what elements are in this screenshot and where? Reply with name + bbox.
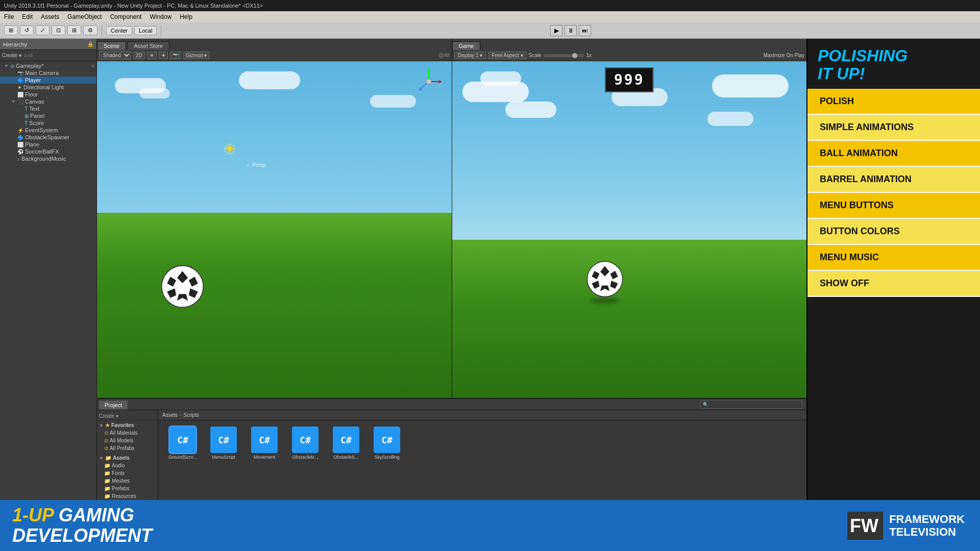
scene-fx-btn[interactable]: ✦ — [159, 52, 168, 59]
asset-menuscript[interactable]: C# MenuScript — [205, 427, 242, 494]
asset-obstacles[interactable]: C# ObstacleS... — [328, 427, 364, 494]
project-folder-all-prefabs[interactable]: ⊙ All Prefabs — [97, 444, 158, 452]
scene-content[interactable]: ✦ — [97, 61, 452, 398]
pause-button[interactable]: ⏸ — [565, 25, 577, 36]
play-button[interactable]: ▶ — [550, 25, 562, 36]
hierarchy-item-soccerballfx[interactable]: ⚽ SoccerBallFX — [0, 148, 96, 155]
project-folder-prefabs[interactable]: 📁 Prefabs — [97, 485, 158, 492]
hierarchy-item-text[interactable]: T Text — [0, 105, 96, 112]
asset-label-menuscript: MenuScript — [212, 455, 235, 460]
breadcrumb-assets[interactable]: Assets — [162, 412, 178, 418]
tab-asset-store[interactable]: Asset Store — [127, 41, 169, 50]
hierarchy-item-dlight[interactable]: ☀ Directional Light — [0, 84, 96, 91]
project-create-btn[interactable]: Create ▾ — [99, 413, 118, 419]
menu-window[interactable]: Window — [150, 13, 172, 20]
cs-icon-groundscro: C# — [177, 435, 188, 445]
hierarchy-item-player[interactable]: 🔷 Player — [0, 77, 96, 84]
hierarchy-item-panel[interactable]: ⊞ Panel — [0, 112, 96, 119]
project-folder-all-materials[interactable]: ⊙ All Materials — [97, 429, 158, 437]
project-search[interactable]: 🔍 — [700, 400, 802, 409]
menu-file[interactable]: File — [4, 13, 14, 20]
hierarchy-item-label-eventsystem: EventSystem — [25, 127, 58, 133]
toolbar-btn-6[interactable]: ⚙ — [83, 26, 97, 35]
go-icon-score: T — [24, 120, 28, 126]
framework-line2: TELEVISION — [889, 525, 956, 538]
toolbar-btn-3[interactable]: ⤢ — [36, 26, 50, 35]
menu-item-show-off[interactable]: SHOW OFF — [807, 271, 980, 297]
asset-movement[interactable]: C# Movement — [246, 427, 283, 494]
hierarchy-create-btn[interactable]: Create ▾ — [2, 53, 21, 58]
toolbar-btn-2[interactable]: ↺ — [20, 26, 34, 35]
bottom-panel: Project 🔍 Create ▾ ▼ ★ Favorites — [97, 398, 806, 500]
menu-item-menu-music[interactable]: MENU MUSIC — [807, 245, 980, 271]
breadcrumb-bar: Assets › Scripts — [158, 410, 806, 420]
menu-component[interactable]: Component — [110, 13, 141, 20]
menu-gameobject[interactable]: GameObject — [67, 13, 102, 20]
hierarchy-header: Hierarchy 🔒 — [0, 39, 96, 50]
menu-item-barrel-animation[interactable]: BARREL ANIMATION — [807, 167, 980, 193]
menu-item-button-colors[interactable]: BUTTON COLORS — [807, 219, 980, 245]
aspect-dropdown[interactable]: Free Aspect ▾ — [488, 52, 526, 59]
hierarchy-item-obstacleSpawner[interactable]: 🔷 ObstacleSpawner — [0, 134, 96, 141]
hierarchy-item-canvas[interactable]: ▼ ⬛ Canvas — [0, 98, 96, 105]
hierarchy-item-eventsystem[interactable]: ⚡ EventSystem — [0, 127, 96, 134]
svg-marker-8 — [427, 68, 430, 71]
hierarchy-lock-icon[interactable]: 🔒 — [87, 41, 93, 47]
menu-list: POLISH SIMPLE ANIMATIONS BALL ANIMATION … — [807, 89, 980, 500]
project-folder-meshes[interactable]: 📁 Meshes — [97, 477, 158, 485]
asset-label-movement: Movement — [254, 455, 275, 460]
menu-item-simple-animations[interactable]: SIMPLE ANIMATIONS — [807, 115, 980, 141]
scene-2d-btn[interactable]: 2D — [133, 52, 145, 59]
project-folder-fonts[interactable]: 📁 Fonts — [97, 469, 158, 477]
hierarchy-item-floor[interactable]: ⬜ Floor — [0, 91, 96, 98]
scene-cam-btn[interactable]: 📷 — [170, 52, 181, 59]
hierarchy-content: ▼ ⊙ Gameplay* ≡ 📷 Main Camera 🔷 Player — [0, 61, 96, 500]
gizmos-dropdown[interactable]: Gizmos ▾ — [183, 52, 210, 59]
breadcrumb-scripts[interactable]: Scripts — [183, 412, 199, 418]
hierarchy-item-plane[interactable]: ⬜ Plane — [0, 141, 96, 148]
all-materials-label: All Materials — [110, 430, 137, 436]
hierarchy-item-label-maincamera: Main Camera — [25, 70, 59, 76]
step-button[interactable]: ⏭ — [579, 25, 591, 36]
display-dropdown[interactable]: Display 1 ▾ — [454, 52, 486, 59]
project-folder-resources[interactable]: 📁 Resources — [97, 492, 158, 500]
fonts-label: Fonts — [112, 470, 125, 476]
menu-edit[interactable]: Edit — [22, 13, 33, 20]
menu-item-menu-buttons[interactable]: MENU BUTTONS — [807, 193, 980, 219]
hierarchy-menu-icon[interactable]: ≡ — [91, 63, 94, 69]
go-icon-canvas: ⬛ — [17, 99, 23, 105]
tab-game[interactable]: Game — [452, 41, 481, 50]
hierarchy-item-bgmusic[interactable]: ♪ BackgroundMusic — [0, 155, 96, 162]
hierarchy-filter[interactable]: ⊙All — [23, 53, 33, 58]
menu-help[interactable]: Help — [180, 13, 192, 20]
assets-grid: C# GroundScro... C# MenuScript — [158, 420, 806, 500]
scene-shaded-dropdown[interactable]: Shaded — [99, 51, 131, 60]
hierarchy-item-gameplay[interactable]: ▼ ⊙ Gameplay* ≡ — [0, 62, 96, 69]
menu-item-polish[interactable]: POLISH — [807, 89, 980, 115]
local-button[interactable]: Local — [134, 26, 157, 35]
scale-slider[interactable] — [544, 54, 584, 57]
project-folder-audio[interactable]: 📁 Audio — [97, 462, 158, 469]
tab-scene[interactable]: Scene — [97, 41, 126, 50]
scene-light-btn[interactable]: ☀ — [147, 52, 157, 59]
toolbar-btn-4[interactable]: ⊡ — [52, 26, 65, 35]
scene-soccer-ball — [161, 265, 204, 310]
menu-item-ball-animation[interactable]: BALL ANIMATION — [807, 141, 980, 167]
asset-obstaclem[interactable]: C# ObstacleM... — [287, 427, 324, 494]
maximize-on-play-btn[interactable]: Maximize On Play — [763, 53, 804, 58]
center-button[interactable]: Center — [106, 26, 132, 35]
project-folder-favorites[interactable]: ▼ ★ Favorites — [97, 421, 158, 429]
cs-icon-obstaclem: C# — [300, 435, 311, 445]
asset-groundscro[interactable]: C# GroundScro... — [164, 427, 201, 494]
project-folder-assets[interactable]: ▼ 📁 Assets — [97, 454, 158, 462]
project-folder-all-models[interactable]: ⊙ All Models — [97, 437, 158, 444]
menu-assets[interactable]: Assets — [41, 13, 59, 20]
game-view: 999 — [452, 61, 807, 398]
tab-project[interactable]: Project — [99, 400, 128, 410]
toolbar-btn-1[interactable]: ⊞ — [4, 26, 18, 35]
favorites-arrow: ▼ — [99, 423, 104, 428]
hierarchy-item-score[interactable]: T Score — [0, 119, 96, 127]
toolbar-btn-5[interactable]: ⊞ — [67, 26, 81, 35]
asset-skyscrolling[interactable]: C# SkyScrolling — [369, 427, 405, 494]
hierarchy-item-maincamera[interactable]: 📷 Main Camera — [0, 69, 96, 77]
